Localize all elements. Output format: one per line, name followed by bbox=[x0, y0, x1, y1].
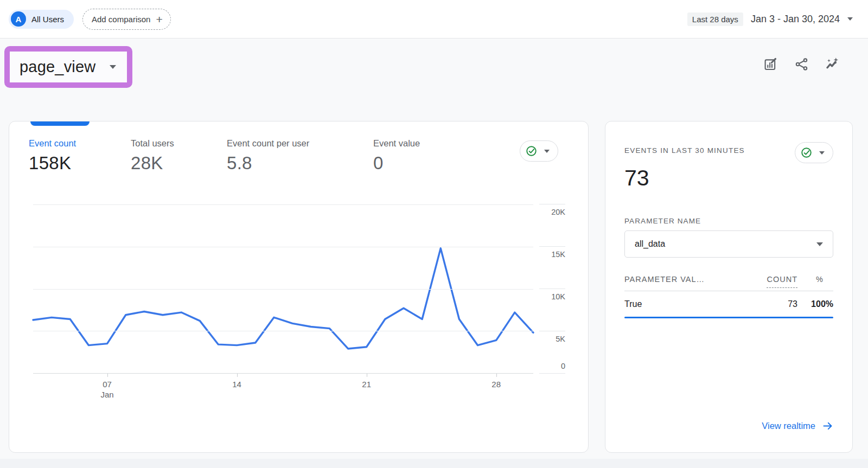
y-tick bbox=[539, 373, 565, 374]
x-tick-label: 21 bbox=[362, 379, 371, 389]
event-name: page_view bbox=[20, 58, 95, 76]
all-users-segment-chip[interactable]: A All Users bbox=[9, 10, 74, 29]
metric-event-count[interactable]: Event count 158K bbox=[29, 138, 131, 174]
x-tick-label: 07Jan bbox=[100, 379, 113, 400]
x-tick bbox=[107, 374, 108, 377]
add-comparison-label: Add comparison bbox=[92, 15, 150, 24]
event-name-dropdown[interactable]: page_view bbox=[4, 46, 132, 88]
y-axis: 20K15K10K5K0 bbox=[538, 204, 566, 374]
table-row[interactable]: True 73 100% bbox=[624, 291, 833, 317]
event-count-chart: 20K15K10K5K0 07Jan142128 bbox=[33, 204, 566, 402]
date-preset-badge: Last 28 days bbox=[687, 12, 743, 26]
gridline bbox=[33, 204, 533, 205]
all-users-label: All Users bbox=[31, 15, 64, 24]
metric-value: 0 bbox=[373, 153, 420, 174]
y-tick-label: 5K bbox=[556, 335, 565, 343]
chevron-down-icon[interactable] bbox=[847, 17, 853, 21]
data-quality-dropdown[interactable] bbox=[520, 140, 558, 162]
metric-label: Event count bbox=[29, 138, 131, 149]
parameter-name-label: PARAMETER NAME bbox=[624, 217, 833, 225]
event-count-series-line bbox=[33, 248, 533, 349]
parameter-value-cell: True bbox=[624, 299, 756, 309]
count-cell: 73 bbox=[756, 299, 797, 309]
y-tick bbox=[539, 331, 565, 331]
metric-label: Event value bbox=[373, 138, 420, 149]
metric-total-users[interactable]: Total users 28K bbox=[131, 138, 227, 174]
arrow-right-icon bbox=[822, 420, 833, 432]
metric-label: Event count per user bbox=[227, 138, 373, 149]
x-tick bbox=[237, 374, 238, 377]
realtime-event-count: 73 bbox=[624, 165, 833, 191]
x-tick-label: 14 bbox=[232, 379, 241, 389]
metric-event-value[interactable]: Event value 0 bbox=[373, 138, 420, 174]
chevron-down-icon bbox=[819, 151, 825, 155]
metrics-row: Event count 158K Total users 28K Event c… bbox=[9, 121, 588, 174]
chevron-down-icon bbox=[544, 150, 550, 153]
event-header-row: page_view bbox=[0, 39, 868, 121]
realtime-card-title: EVENTS IN LAST 30 MINUTES bbox=[624, 146, 745, 155]
selected-metric-tab-indicator bbox=[30, 121, 90, 126]
segment-avatar: A bbox=[11, 11, 26, 27]
gridline bbox=[33, 289, 533, 290]
chevron-down-icon bbox=[110, 65, 116, 69]
y-tick-label: 20K bbox=[551, 208, 565, 216]
plus-icon: + bbox=[156, 14, 162, 25]
metric-value: 5.8 bbox=[227, 153, 373, 174]
y-tick-label: 15K bbox=[551, 250, 565, 259]
metric-value: 28K bbox=[131, 153, 227, 174]
share-icon[interactable] bbox=[794, 57, 809, 72]
chevron-down-icon bbox=[816, 242, 823, 246]
metric-event-count-per-user[interactable]: Event count per user 5.8 bbox=[227, 138, 373, 174]
row-percent-bar bbox=[624, 317, 833, 318]
y-tick bbox=[539, 204, 565, 204]
column-header-percent: % bbox=[797, 275, 833, 284]
column-header-parameter-value: PARAMETER VAL… bbox=[624, 275, 756, 284]
view-realtime-link[interactable]: View realtime bbox=[762, 420, 833, 432]
event-metrics-card: Event count 158K Total users 28K Event c… bbox=[9, 121, 589, 453]
y-tick-label: 0 bbox=[561, 362, 565, 370]
y-tick bbox=[539, 246, 565, 247]
customize-report-icon[interactable] bbox=[763, 57, 778, 72]
column-header-count[interactable]: COUNT bbox=[756, 275, 797, 284]
gridline bbox=[33, 247, 533, 247]
gridline bbox=[33, 331, 533, 331]
metric-value: 158K bbox=[29, 153, 131, 174]
x-axis: 07Jan142128 bbox=[33, 374, 533, 402]
parameter-name-value: all_data bbox=[635, 239, 665, 249]
check-circle-icon bbox=[525, 145, 538, 157]
top-toolbar: A All Users Add comparison + Last 28 day… bbox=[0, 0, 868, 39]
realtime-events-card: EVENTS IN LAST 30 MINUTES 73 PARAMETER N… bbox=[605, 121, 853, 453]
x-tick bbox=[496, 374, 497, 377]
parameter-values-table: PARAMETER VAL… COUNT % True 73 100% bbox=[624, 275, 833, 318]
chart-plot-area[interactable] bbox=[33, 204, 533, 374]
check-circle-icon bbox=[800, 146, 813, 159]
parameter-name-select[interactable]: all_data bbox=[624, 230, 833, 258]
insights-icon[interactable] bbox=[825, 57, 840, 72]
x-tick-label: 28 bbox=[492, 379, 501, 389]
date-range-picker[interactable]: Jan 3 - Jan 30, 2024 bbox=[751, 14, 840, 25]
y-tick-label: 10K bbox=[551, 292, 565, 301]
y-tick bbox=[539, 289, 565, 289]
percent-cell: 100% bbox=[797, 299, 833, 309]
x-tick bbox=[367, 374, 367, 377]
data-quality-dropdown[interactable] bbox=[795, 142, 833, 163]
page-bottom-strip bbox=[0, 459, 868, 468]
add-comparison-button[interactable]: Add comparison + bbox=[82, 9, 171, 30]
metric-label: Total users bbox=[131, 138, 227, 149]
view-realtime-label: View realtime bbox=[762, 421, 815, 431]
